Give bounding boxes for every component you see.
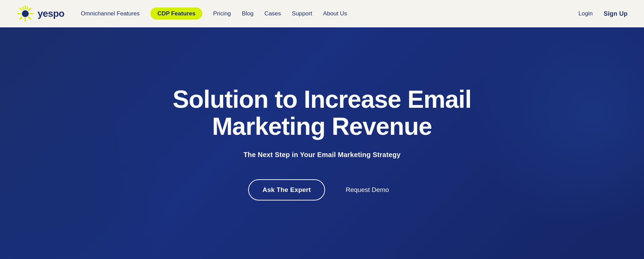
- hero-content: Solution to Increase Email Marketing Rev…: [168, 86, 476, 200]
- nav-link-pricing[interactable]: Pricing: [213, 10, 231, 17]
- ask-expert-button[interactable]: Ask The Expert: [248, 179, 325, 200]
- nav-item-about[interactable]: About Us: [323, 10, 347, 17]
- hero-subtitle: The Next Step in Your Email Marketing St…: [168, 151, 476, 159]
- request-demo-button[interactable]: Request Demo: [339, 180, 396, 200]
- login-link[interactable]: Login: [578, 10, 593, 17]
- navbar-left: yespo Omnichannel Features CDP Features …: [16, 5, 347, 23]
- svg-line-2: [29, 8, 31, 10]
- nav-item-cdp[interactable]: CDP Features: [150, 10, 202, 17]
- svg-line-4: [29, 17, 31, 19]
- svg-line-10: [23, 7, 24, 9]
- nav-link-support[interactable]: Support: [292, 10, 312, 17]
- svg-line-9: [27, 7, 28, 9]
- nav-link-omnichannel[interactable]: Omnichannel Features: [81, 10, 139, 17]
- hero-title: Solution to Increase Email Marketing Rev…: [168, 86, 476, 140]
- svg-point-0: [22, 10, 29, 17]
- signup-link[interactable]: Sign Up: [604, 10, 628, 17]
- nav-item-omnichannel[interactable]: Omnichannel Features: [81, 10, 139, 17]
- nav-link-blog[interactable]: Blog: [242, 10, 254, 17]
- navbar: yespo Omnichannel Features CDP Features …: [0, 0, 644, 27]
- nav-links: Omnichannel Features CDP Features Pricin…: [81, 10, 347, 17]
- hero-section: Solution to Increase Email Marketing Rev…: [0, 27, 644, 259]
- svg-line-6: [20, 17, 22, 19]
- nav-link-cdp[interactable]: CDP Features: [150, 8, 202, 20]
- nav-item-pricing[interactable]: Pricing: [213, 10, 231, 17]
- logo-link[interactable]: yespo: [16, 5, 64, 23]
- nav-link-about[interactable]: About Us: [323, 10, 347, 17]
- nav-item-cases[interactable]: Cases: [265, 10, 281, 17]
- nav-link-cases[interactable]: Cases: [265, 10, 281, 17]
- nav-item-support[interactable]: Support: [292, 10, 312, 17]
- logo-text: yespo: [38, 8, 64, 19]
- svg-line-8: [20, 8, 22, 10]
- nav-item-blog[interactable]: Blog: [242, 10, 254, 17]
- yespo-logo-icon: [16, 5, 34, 23]
- hero-buttons: Ask The Expert Request Demo: [168, 179, 476, 200]
- navbar-right: Login Sign Up: [578, 10, 628, 17]
